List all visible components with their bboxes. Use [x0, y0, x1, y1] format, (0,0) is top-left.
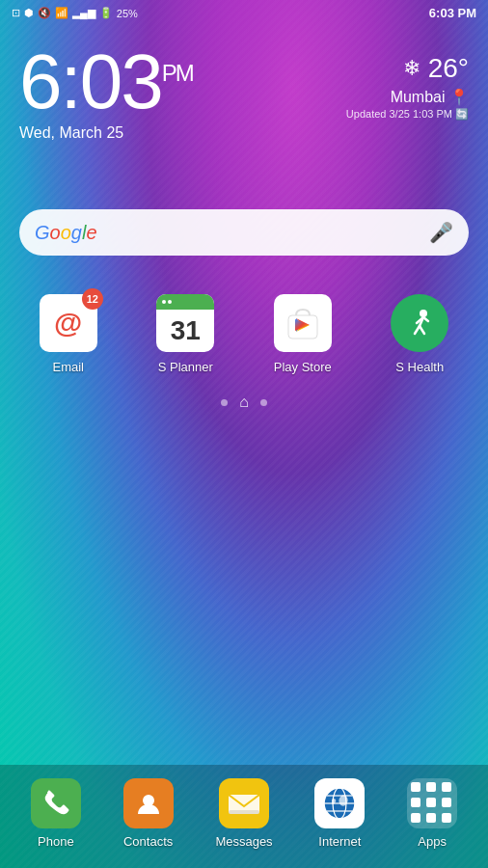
playstore-icon — [274, 294, 332, 352]
dock-apps[interactable]: Apps — [407, 778, 457, 849]
svg-line-9 — [415, 326, 420, 334]
shealth-icon — [391, 294, 448, 352]
shealth-label: S Health — [395, 360, 444, 374]
playstore-svg — [284, 304, 322, 342]
home-indicator: ⌂ — [239, 393, 249, 411]
weather-widget: ❄ 26° Mumbai 📍 Updated 3/25 1:03 PM 🔄 — [346, 43, 469, 121]
dock-phone[interactable]: Phone — [31, 778, 81, 849]
email-badge: 12 — [82, 288, 103, 310]
signal-icon: ▂▄▆ — [72, 7, 95, 19]
app-splanner[interactable]: 31 S Planner — [156, 294, 214, 374]
splanner-label: S Planner — [158, 360, 213, 374]
splanner-top-bar — [156, 294, 214, 310]
apps-dot-5 — [426, 798, 436, 807]
svg-line-10 — [420, 326, 424, 334]
clock-left: 6:03PM Wed, March 25 — [19, 43, 193, 142]
splanner-dot-1 — [162, 300, 166, 304]
microphone-icon[interactable]: 🎤 — [429, 221, 453, 244]
contacts-svg — [134, 789, 163, 818]
phone-svg — [41, 789, 70, 818]
email-icon-wrapper: @ 12 — [40, 294, 97, 352]
weather-city: Mumbai 📍 — [346, 88, 469, 106]
apps-label: Apps — [418, 834, 447, 849]
mute-icon: 🔇 — [38, 7, 51, 19]
internet-label: Internet — [318, 834, 361, 849]
svg-rect-15 — [229, 810, 259, 814]
email-label: Email — [52, 360, 84, 374]
splanner-date-number: 31 — [171, 315, 201, 346]
email-at-symbol: @ — [54, 307, 82, 339]
messages-svg — [226, 785, 262, 822]
weather-snowflake-icon: ❄ — [403, 56, 420, 81]
splanner-icon-wrapper: 31 — [156, 294, 214, 352]
screenshot-icon: ⊡ — [12, 7, 20, 19]
playstore-label: Play Store — [274, 360, 332, 374]
status-right: 6:03 PM — [429, 6, 476, 20]
app-shealth[interactable]: S Health — [391, 294, 448, 374]
apps-dot-6 — [442, 798, 451, 807]
contacts-label: Contacts — [123, 834, 173, 849]
internet-icon — [314, 778, 365, 828]
apps-dot-1 — [411, 782, 420, 792]
apps-icon — [407, 778, 457, 828]
shealth-icon-wrapper — [391, 294, 448, 352]
internet-svg — [320, 784, 359, 823]
playstore-icon-wrapper — [274, 294, 332, 352]
dock-internet[interactable]: Internet — [314, 778, 365, 849]
splanner-dot-2 — [168, 300, 172, 304]
apps-dot-4 — [411, 798, 420, 807]
email-icon: @ 12 — [40, 294, 97, 352]
dock-messages[interactable]: Messages — [215, 778, 272, 849]
weather-temp-row: ❄ 26° — [346, 53, 469, 84]
clock-time: 6:03PM — [19, 43, 193, 121]
apps-dot-2 — [426, 782, 436, 792]
dock-contacts[interactable]: Contacts — [123, 778, 174, 849]
apps-dot-9 — [442, 813, 451, 823]
search-bar-container: Google 🎤 — [0, 151, 488, 275]
battery-percent: 25% — [117, 8, 138, 19]
apps-dot-7 — [411, 813, 420, 823]
messages-label: Messages — [215, 834, 272, 849]
page-indicators: ⌂ — [0, 384, 488, 420]
phone-icon — [31, 778, 81, 828]
page-indicator-1 — [221, 399, 228, 406]
weather-updated: Updated 3/25 1:03 PM 🔄 — [346, 108, 469, 121]
splanner-icon: 31 — [156, 294, 214, 352]
contacts-icon — [123, 778, 174, 828]
status-time: 6:03 PM — [429, 6, 476, 20]
search-bar[interactable]: Google 🎤 — [19, 209, 469, 256]
apps-dot-3 — [442, 782, 451, 792]
phone-label: Phone — [38, 834, 74, 849]
google-logo: Google — [35, 222, 420, 244]
app-icons-row: @ 12 Email 31 S Planner — [0, 275, 488, 384]
app-playstore[interactable]: Play Store — [274, 294, 332, 374]
weather-temperature: 26° — [428, 53, 469, 84]
battery-icon: 🔋 — [99, 7, 113, 19]
bottom-dock: Phone Contacts Messages — [0, 765, 488, 868]
wifi-icon: 📶 — [55, 7, 68, 19]
status-left-icons: ⊡ ⬢ 🔇 📶 ▂▄▆ 🔋 25% — [12, 7, 138, 19]
bluetooth-icon: ⬢ — [24, 7, 34, 19]
page-indicator-3 — [260, 399, 267, 406]
apps-dot-8 — [426, 813, 436, 823]
status-bar: ⊡ ⬢ 🔇 📶 ▂▄▆ 🔋 25% 6:03 PM — [0, 0, 488, 24]
app-email[interactable]: @ 12 Email — [40, 294, 97, 374]
svg-line-12 — [423, 317, 428, 321]
clock-widget: 6:03PM Wed, March 25 ❄ 26° Mumbai 📍 Upda… — [0, 24, 488, 151]
clock-date: Wed, March 25 — [19, 124, 193, 142]
apps-grid — [411, 782, 453, 825]
messages-icon — [219, 778, 269, 828]
runner-svg — [401, 305, 438, 341]
splanner-body: 31 — [156, 310, 214, 352]
